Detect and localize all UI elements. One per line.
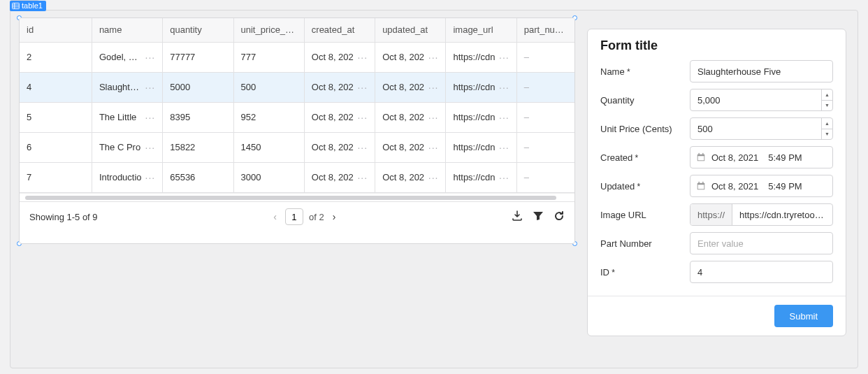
horizontal-scrollbar[interactable] xyxy=(20,193,574,201)
expand-icon[interactable]: ··· xyxy=(428,52,439,63)
expand-icon[interactable]: ··· xyxy=(357,52,368,63)
unit-price-stepper[interactable]: 500 ▲▼ xyxy=(690,117,833,140)
table-cell[interactable]: 952 xyxy=(233,102,304,132)
table-cell[interactable]: Oct 8, 202··· xyxy=(304,162,375,192)
table-cell[interactable]: – xyxy=(516,42,574,72)
expand-icon[interactable]: ··· xyxy=(499,112,509,123)
expand-icon[interactable]: ··· xyxy=(145,172,156,183)
expand-icon[interactable]: ··· xyxy=(357,142,368,153)
table-cell[interactable]: The Little··· xyxy=(92,102,162,132)
unit-price-up[interactable]: ▲ xyxy=(822,118,832,129)
table-cell[interactable]: Oct 8, 202··· xyxy=(304,72,375,102)
table-cell[interactable]: https://cdn··· xyxy=(446,102,516,132)
prev-page-button[interactable]: ‹ xyxy=(270,211,280,222)
unit-price-down[interactable]: ▼ xyxy=(822,129,832,140)
table-cell[interactable]: – xyxy=(516,102,574,132)
table-cell[interactable]: Oct 8, 202··· xyxy=(375,162,446,192)
table-cell[interactable]: https://cdn··· xyxy=(446,72,516,102)
table-cell[interactable]: Slaughterh··· xyxy=(92,72,162,102)
quantity-up[interactable]: ▲ xyxy=(822,89,832,100)
expand-icon[interactable]: ··· xyxy=(357,172,368,183)
column-header[interactable]: id xyxy=(20,18,92,42)
expand-icon[interactable]: ··· xyxy=(499,82,509,93)
expand-icon[interactable]: ··· xyxy=(499,52,509,63)
table-cell[interactable]: 500 xyxy=(233,72,304,102)
column-header[interactable]: part_numbe xyxy=(516,18,574,42)
column-header[interactable]: name xyxy=(92,18,162,42)
table-cell[interactable]: 1450 xyxy=(233,132,304,162)
table-cell[interactable]: Oct 8, 202··· xyxy=(375,132,446,162)
label-part-number: Part Number xyxy=(600,238,683,249)
table-cell[interactable]: 4 xyxy=(20,72,92,102)
table-row[interactable]: 7Introductio···655363000Oct 8, 202···Oct… xyxy=(20,162,574,192)
table-cell[interactable]: 8395 xyxy=(163,102,233,132)
table-cell[interactable]: 777 xyxy=(233,42,304,72)
table-cell[interactable]: 15822 xyxy=(163,132,233,162)
expand-icon[interactable]: ··· xyxy=(145,52,156,63)
column-header[interactable]: quantity xyxy=(163,18,233,42)
table-cell[interactable]: Godel, Esc··· xyxy=(92,42,162,72)
table-cell[interactable]: – xyxy=(516,72,574,102)
table-cell[interactable]: https://cdn··· xyxy=(446,132,516,162)
table-cell[interactable]: Oct 8, 202··· xyxy=(304,42,375,72)
expand-icon[interactable]: ··· xyxy=(357,112,368,123)
table-cell[interactable]: 65536 xyxy=(163,162,233,192)
quantity-down[interactable]: ▼ xyxy=(822,100,832,111)
expand-icon[interactable]: ··· xyxy=(145,142,156,153)
table-cell[interactable]: 5000 xyxy=(163,72,233,102)
expand-icon[interactable]: ··· xyxy=(499,172,509,183)
refresh-button[interactable] xyxy=(554,210,565,224)
expand-icon[interactable]: ··· xyxy=(145,82,156,93)
quantity-stepper[interactable]: 5,000 ▲▼ xyxy=(690,89,833,111)
table-row[interactable]: 2Godel, Esc···77777777Oct 8, 202···Oct 8… xyxy=(20,42,574,72)
id-field[interactable] xyxy=(690,261,833,283)
submit-button[interactable]: Submit xyxy=(774,305,833,327)
table-row[interactable]: 5The Little···8395952Oct 8, 202···Oct 8,… xyxy=(20,102,574,132)
next-page-button[interactable]: › xyxy=(330,211,339,222)
part-number-field[interactable] xyxy=(690,232,833,254)
table-cell[interactable]: 3000 xyxy=(233,162,304,192)
expand-icon[interactable]: ··· xyxy=(145,112,156,123)
created-date: Oct 8, 2021 xyxy=(711,152,758,163)
table-cell[interactable]: 7 xyxy=(20,162,92,192)
expand-icon[interactable]: ··· xyxy=(499,142,509,153)
table-cell[interactable]: 77777 xyxy=(163,42,233,72)
updated-date: Oct 8, 2021 xyxy=(711,181,758,192)
table-cell[interactable]: 2 xyxy=(20,42,92,72)
scrollbar-thumb[interactable] xyxy=(25,196,556,200)
table-cell[interactable]: https://cdn··· xyxy=(446,42,516,72)
table-cell[interactable]: Oct 8, 202··· xyxy=(304,102,375,132)
table-cell[interactable]: The C Pro··· xyxy=(92,132,162,162)
table-component[interactable]: idnamequantityunit_price_ce…created_atup… xyxy=(19,17,575,244)
updated-field[interactable]: Oct 8, 2021 5:49 PM xyxy=(690,175,833,197)
filter-button[interactable] xyxy=(533,210,544,224)
column-header[interactable]: unit_price_ce… xyxy=(233,18,304,42)
column-header[interactable]: updated_at xyxy=(375,18,446,42)
expand-icon[interactable]: ··· xyxy=(357,82,368,93)
table-cell[interactable]: – xyxy=(516,132,574,162)
table-cell[interactable]: https://cdn··· xyxy=(446,162,516,192)
created-field[interactable]: Oct 8, 2021 5:49 PM xyxy=(690,146,833,168)
table-cell[interactable]: – xyxy=(516,162,574,192)
expand-icon[interactable]: ··· xyxy=(428,172,439,183)
table-cell[interactable]: Introductio··· xyxy=(92,162,162,192)
table-row[interactable]: 6The C Pro···158221450Oct 8, 202···Oct 8… xyxy=(20,132,574,162)
table-cell[interactable]: 5 xyxy=(20,102,92,132)
download-button[interactable] xyxy=(512,210,523,224)
canvas[interactable]: table1 idnamequantityunit_price_ce…creat… xyxy=(10,10,858,368)
table-cell[interactable]: Oct 8, 202··· xyxy=(375,72,446,102)
component-label[interactable]: table1 xyxy=(10,1,46,11)
column-header[interactable]: created_at xyxy=(304,18,375,42)
table-cell[interactable]: Oct 8, 202··· xyxy=(375,102,446,132)
table-cell[interactable]: Oct 8, 202··· xyxy=(304,132,375,162)
expand-icon[interactable]: ··· xyxy=(428,112,439,123)
name-field[interactable] xyxy=(690,60,833,82)
table-row[interactable]: 4Slaughterh···5000500Oct 8, 202···Oct 8,… xyxy=(20,72,574,102)
expand-icon[interactable]: ··· xyxy=(428,142,439,153)
expand-icon[interactable]: ··· xyxy=(428,82,439,93)
table-cell[interactable]: Oct 8, 202··· xyxy=(375,42,446,72)
page-input[interactable] xyxy=(285,208,303,225)
table-cell[interactable]: 6 xyxy=(20,132,92,162)
image-url-field[interactable]: https:// https://cdn.tryretool.com xyxy=(690,203,833,226)
column-header[interactable]: image_url xyxy=(446,18,516,42)
